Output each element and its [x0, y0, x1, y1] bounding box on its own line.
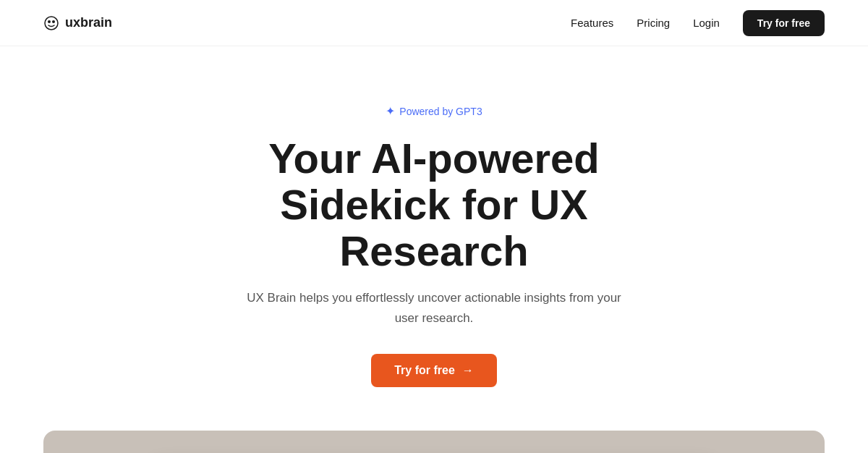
logo-icon [43, 15, 59, 31]
arrow-icon: → [462, 364, 474, 377]
svg-point-2 [52, 20, 55, 23]
powered-text: Powered by GPT3 [399, 106, 482, 117]
hero-subtitle: UX Brain helps you effortlessly uncover … [246, 288, 622, 327]
hero-title: Your AI-powered Sidekick for UX Research [181, 135, 687, 274]
navbar: uxbrain Features Pricing Login Try for f… [0, 0, 868, 46]
hero-try-free-button[interactable]: Try for free → [371, 354, 497, 387]
nav-links: Features Pricing Login Try for free [571, 10, 825, 36]
nav-pricing[interactable]: Pricing [637, 17, 670, 29]
logo[interactable]: uxbrain [43, 15, 112, 31]
nav-try-free-button[interactable]: Try for free [743, 10, 825, 36]
svg-point-1 [48, 20, 51, 23]
nav-login[interactable]: Login [693, 17, 720, 29]
hero-section: ✦ Powered by GPT3 Your AI-powered Sideki… [0, 46, 868, 431]
spark-icon: ✦ [386, 104, 395, 118]
svg-point-0 [45, 17, 58, 30]
logo-text: uxbrain [65, 15, 112, 30]
powered-badge: ✦ Powered by GPT3 [386, 104, 482, 118]
nav-features[interactable]: Features [571, 17, 613, 29]
demo-section: uxbrain 👤 Interviews 📄 Interview Collect… [43, 431, 825, 453]
